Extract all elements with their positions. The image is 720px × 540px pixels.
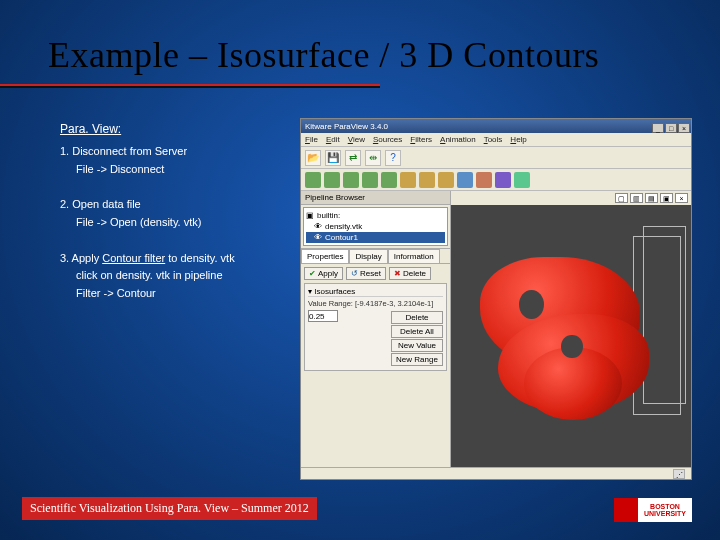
- delete-value-button[interactable]: Delete: [391, 311, 443, 324]
- statusbar: ⋰: [301, 467, 691, 479]
- menu-file[interactable]: File: [305, 135, 318, 144]
- reset-icon: ↺: [351, 269, 358, 278]
- view-split-icon[interactable]: ▢: [615, 193, 628, 203]
- filter-icon[interactable]: [305, 172, 321, 188]
- toolbar-2: [301, 169, 691, 191]
- delete-all-button[interactable]: Delete All: [391, 325, 443, 338]
- left-panel: Pipeline Browser ▣builtin: 👁density.vtk …: [301, 191, 451, 467]
- reset-button[interactable]: ↺Reset: [346, 267, 386, 280]
- slide-title: Example – Isosurface / 3 D Contours: [48, 34, 599, 76]
- menu-sources[interactable]: Sources: [373, 135, 402, 144]
- property-tabs: Properties Display Information: [301, 248, 450, 263]
- delete-icon: ✖: [394, 269, 401, 278]
- tree-root[interactable]: ▣builtin:: [306, 210, 445, 221]
- tab-display[interactable]: Display: [349, 249, 387, 263]
- step-1a: File -> Disconnect: [76, 161, 290, 179]
- close-icon[interactable]: ×: [678, 123, 690, 133]
- pipeline-tree: ▣builtin: 👁density.vtk 👁Contour1: [303, 207, 448, 246]
- disconnect-icon[interactable]: ⇹: [365, 150, 381, 166]
- footer-bar: Scientific Visualization Using Para. Vie…: [22, 497, 317, 520]
- instructions-heading: Para. View:: [60, 120, 290, 139]
- view-close-icon[interactable]: ×: [675, 193, 688, 203]
- properties-panel: ✔Apply ↺Reset ✖Delete ▾ Isosurfaces Valu…: [301, 263, 450, 467]
- value-range: Value Range: [-9.4187e-3, 3.2104e-1]: [308, 299, 443, 308]
- menubar: File Edit View Sources Filters Animation…: [301, 133, 691, 147]
- filter-icon[interactable]: [419, 172, 435, 188]
- tree-root-label: builtin:: [317, 211, 340, 220]
- save-icon[interactable]: 💾: [325, 150, 341, 166]
- step-3a: click on density. vtk in pipeline: [76, 267, 290, 285]
- iso-value-input[interactable]: [308, 310, 338, 322]
- reset-label: Reset: [360, 269, 381, 278]
- resize-grip-icon[interactable]: ⋰: [673, 469, 685, 479]
- open-icon[interactable]: 📂: [305, 150, 321, 166]
- menu-view[interactable]: View: [348, 135, 365, 144]
- bu-logo-red-block: [614, 498, 638, 522]
- delete-label: Delete: [403, 269, 426, 278]
- minimize-icon[interactable]: _: [652, 123, 664, 133]
- filter-icon[interactable]: [400, 172, 416, 188]
- step-3-link: Contour filter: [102, 252, 165, 264]
- window-titlebar: Kitware ParaView 3.4.0 _□×: [301, 119, 691, 133]
- menu-filters[interactable]: Filters: [410, 135, 432, 144]
- filter-icon[interactable]: [324, 172, 340, 188]
- filter-icon[interactable]: [457, 172, 473, 188]
- step-3: 3. Apply Contour filter to density. vtk: [60, 250, 290, 268]
- paraview-window: Kitware ParaView 3.4.0 _□× File Edit Vie…: [300, 118, 692, 480]
- step-3-prefix: 3. Apply: [60, 252, 102, 264]
- eye-icon[interactable]: 👁: [314, 222, 322, 231]
- step-2: 2. Open data file: [60, 196, 290, 214]
- maximize-icon[interactable]: □: [665, 123, 677, 133]
- tab-information[interactable]: Information: [388, 249, 440, 263]
- menu-tools[interactable]: Tools: [484, 135, 503, 144]
- tree-item-label: Contour1: [325, 233, 358, 242]
- filter-icon[interactable]: [495, 172, 511, 188]
- new-range-button[interactable]: New Range: [391, 353, 443, 366]
- check-icon: ✔: [309, 269, 316, 278]
- isosurfaces-group: ▾ Isosurfaces Value Range: [-9.4187e-3, …: [304, 283, 447, 371]
- window-buttons: _□×: [652, 117, 691, 135]
- filter-icon[interactable]: [362, 172, 378, 188]
- filter-icon[interactable]: [438, 172, 454, 188]
- tree-item-selected[interactable]: 👁Contour1: [306, 232, 445, 243]
- menu-animation[interactable]: Animation: [440, 135, 476, 144]
- bu-logo-text: BOSTONUNIVERSITY: [638, 503, 692, 517]
- pipeline-browser-title: Pipeline Browser: [301, 191, 450, 205]
- new-value-button[interactable]: New Value: [391, 339, 443, 352]
- tree-item-label: density.vtk: [325, 222, 362, 231]
- apply-button[interactable]: ✔Apply: [304, 267, 343, 280]
- eye-icon[interactable]: 👁: [314, 233, 322, 242]
- view-split-v-icon[interactable]: ▤: [645, 193, 658, 203]
- render-view: ▢ ▥ ▤ ▣ ×: [451, 191, 691, 467]
- tab-properties[interactable]: Properties: [301, 249, 349, 263]
- server-icon: ▣: [306, 211, 314, 220]
- tree-item[interactable]: 👁density.vtk: [306, 221, 445, 232]
- view-header: ▢ ▥ ▤ ▣ ×: [451, 191, 691, 205]
- help-icon[interactable]: ?: [385, 150, 401, 166]
- filter-icon[interactable]: [514, 172, 530, 188]
- toolbar-1: 📂 💾 ⇄ ⇹ ?: [301, 147, 691, 169]
- view-maximize-icon[interactable]: ▣: [660, 193, 673, 203]
- window-title: Kitware ParaView 3.4.0: [301, 122, 652, 131]
- 3d-canvas[interactable]: [451, 205, 691, 467]
- view-split-h-icon[interactable]: ▥: [630, 193, 643, 203]
- instructions-column: Para. View: 1. Disconnect from Server Fi…: [60, 120, 290, 302]
- title-underline: [0, 84, 380, 88]
- filter-icon[interactable]: [476, 172, 492, 188]
- apply-label: Apply: [318, 269, 338, 278]
- boston-university-logo: BOSTONUNIVERSITY: [614, 498, 692, 522]
- filter-icon[interactable]: [381, 172, 397, 188]
- connect-icon[interactable]: ⇄: [345, 150, 361, 166]
- menu-help[interactable]: Help: [510, 135, 526, 144]
- step-3-suffix: to density. vtk: [165, 252, 235, 264]
- step-3b: Filter -> Contour: [76, 285, 290, 303]
- filter-icon[interactable]: [343, 172, 359, 188]
- delete-button[interactable]: ✖Delete: [389, 267, 431, 280]
- isosurface-render: [480, 257, 658, 419]
- step-2a: File -> Open (density. vtk): [76, 214, 290, 232]
- group-label: Isosurfaces: [314, 287, 355, 296]
- step-1: 1. Disconnect from Server: [60, 143, 290, 161]
- main-area: Pipeline Browser ▣builtin: 👁density.vtk …: [301, 191, 691, 467]
- menu-edit[interactable]: Edit: [326, 135, 340, 144]
